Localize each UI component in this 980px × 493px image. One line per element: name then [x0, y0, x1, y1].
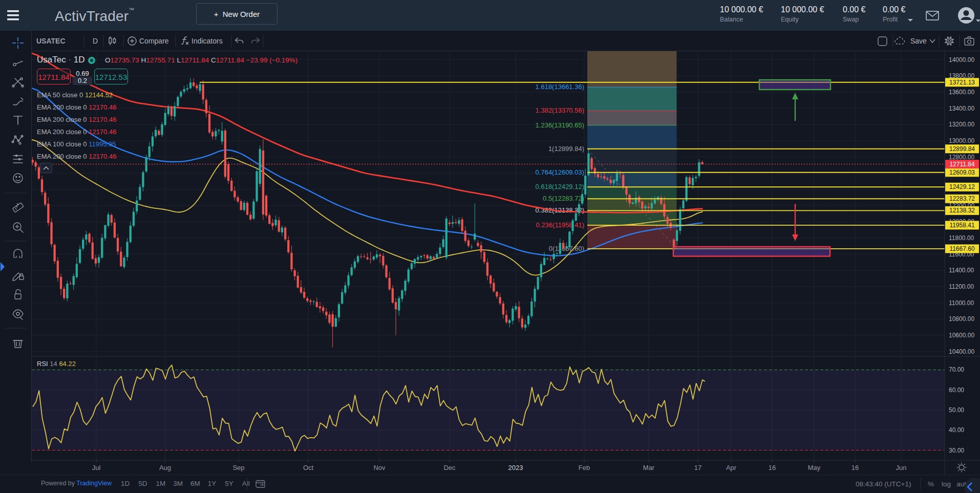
- svg-text:12138.32: 12138.32: [949, 207, 975, 214]
- svg-text:14000.00: 14000.00: [949, 56, 974, 63]
- svg-text:Indicators: Indicators: [191, 37, 223, 45]
- svg-text:0.236(11958.41): 0.236(11958.41): [536, 221, 584, 229]
- svg-text:Dec: Dec: [443, 464, 456, 471]
- svg-text:0.764(12609.03): 0.764(12609.03): [536, 168, 584, 176]
- svg-text:Feb: Feb: [579, 464, 590, 471]
- svg-text:13200.00: 13200.00: [949, 121, 974, 128]
- svg-text:0.5(12283.72): 0.5(12283.72): [543, 195, 584, 202]
- svg-text:0.618(12429.12): 0.618(12429.12): [536, 183, 584, 190]
- svg-text:17: 17: [694, 464, 701, 471]
- svg-text:11800.00: 11800.00: [949, 234, 974, 242]
- svg-text:1(12899.84): 1(12899.84): [548, 145, 584, 153]
- svg-text:Save: Save: [910, 37, 927, 45]
- svg-text:13721.13: 13721.13: [949, 79, 975, 86]
- svg-text:11000.00: 11000.00: [949, 299, 974, 307]
- svg-text:Compare: Compare: [139, 37, 169, 45]
- svg-text:Jun: Jun: [896, 464, 907, 471]
- svg-text:11400.00: 11400.00: [949, 267, 974, 274]
- svg-text:13600.00: 13600.00: [949, 89, 974, 96]
- svg-text:50.00: 50.00: [949, 406, 964, 414]
- svg-text:12800.00: 12800.00: [949, 154, 974, 161]
- svg-text:USATEC: USATEC: [36, 37, 66, 45]
- svg-text:16: 16: [851, 464, 859, 471]
- svg-text:Apr: Apr: [726, 464, 737, 471]
- svg-text:Oct: Oct: [303, 464, 314, 471]
- svg-text:13000.00: 13000.00: [949, 137, 974, 144]
- svg-text:1.382(13370.56): 1.382(13370.56): [536, 106, 584, 114]
- svg-text:12283.72: 12283.72: [949, 195, 975, 202]
- svg-text:12899.84: 12899.84: [949, 145, 975, 153]
- svg-text:1.618(13661.36): 1.618(13661.36): [536, 83, 584, 91]
- svg-text:2023: 2023: [508, 464, 523, 471]
- svg-text:10600.00: 10600.00: [949, 332, 974, 339]
- svg-text:D: D: [93, 37, 98, 45]
- svg-text:1.236(13190.65): 1.236(13190.65): [536, 121, 584, 129]
- svg-text:Aug: Aug: [159, 464, 171, 471]
- svg-text:70.00: 70.00: [949, 366, 964, 373]
- svg-text:10800.00: 10800.00: [949, 315, 974, 323]
- svg-text:60.00: 60.00: [949, 387, 964, 394]
- svg-text:10400.00: 10400.00: [949, 348, 974, 355]
- svg-text:30.00: 30.00: [949, 447, 964, 454]
- svg-text:11958.41: 11958.41: [949, 222, 974, 229]
- svg-text:11200.00: 11200.00: [949, 283, 974, 290]
- svg-text:12609.03: 12609.03: [949, 169, 975, 176]
- svg-text:Sep: Sep: [232, 464, 244, 471]
- svg-text:May: May: [808, 464, 821, 471]
- svg-text:Mar: Mar: [643, 464, 655, 471]
- svg-text:Nov: Nov: [373, 464, 386, 471]
- svg-text:16: 16: [769, 464, 776, 471]
- svg-text:11667.60: 11667.60: [949, 245, 974, 252]
- svg-text:12429.12: 12429.12: [949, 183, 975, 190]
- svg-text:13400.00: 13400.00: [949, 105, 974, 112]
- svg-text:40.00: 40.00: [949, 426, 964, 434]
- svg-text:12711.84: 12711.84: [949, 161, 974, 168]
- svg-text:Jul: Jul: [92, 464, 101, 471]
